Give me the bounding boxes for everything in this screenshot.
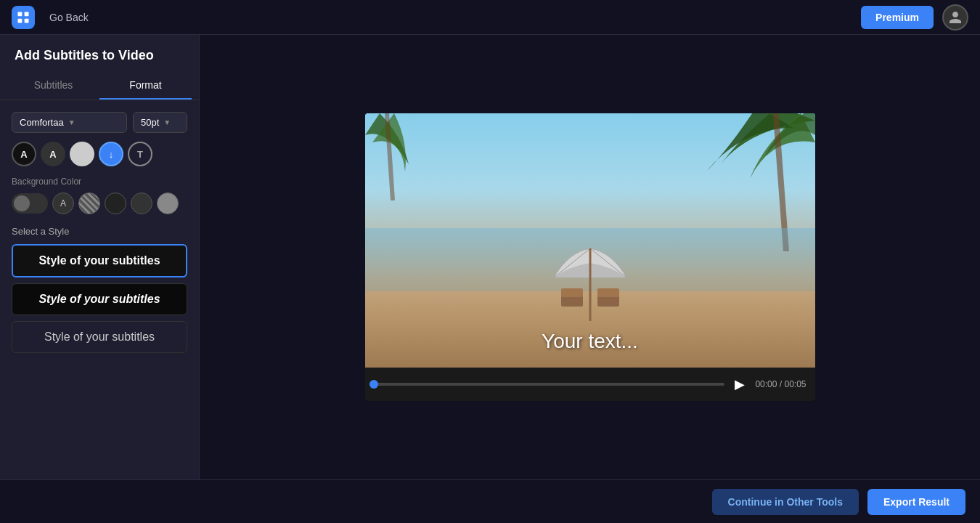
main-content: Your text... ▶ 00:00 / 00:05 [200, 35, 980, 479]
font-value: Comfortaa [20, 117, 64, 128]
color-options-row: A A ↓ T [12, 142, 187, 166]
svg-rect-9 [597, 296, 619, 307]
down-arrow-icon: ↓ [109, 149, 114, 160]
svg-rect-0 [18, 12, 23, 16]
color-blue-down[interactable]: ↓ [99, 142, 123, 166]
bg-color-row: A [12, 192, 187, 214]
svg-rect-11 [597, 288, 619, 297]
progress-bar[interactable] [374, 383, 725, 386]
continue-button[interactable]: Continue in Other Tools [712, 489, 859, 515]
select-style-label: Select a Style [12, 226, 187, 237]
bg-toggle[interactable] [12, 193, 48, 214]
color-a-label: A [20, 149, 27, 160]
svg-rect-10 [561, 288, 583, 297]
time-display: 00:00 / 00:05 [755, 379, 806, 389]
svg-rect-2 [18, 18, 23, 23]
svg-rect-1 [25, 12, 29, 16]
export-button[interactable]: Export Result [867, 489, 965, 515]
tab-subtitles[interactable]: Subtitles [7, 72, 99, 100]
style-option-3[interactable]: Style of your subtitles [12, 321, 187, 353]
style-option-1-text: Style of your subtitles [38, 254, 160, 267]
umbrella-area [547, 248, 634, 324]
background-color-label: Background Color [12, 177, 187, 187]
video-text-overlay: Your text... [365, 330, 815, 353]
tabs: Subtitles Format [0, 72, 199, 100]
size-dropdown[interactable]: 50pt ▼ [133, 112, 187, 133]
tab-format[interactable]: Format [99, 72, 192, 100]
video-frame: Your text... [365, 113, 815, 368]
chevron-down-icon: ▼ [163, 118, 171, 126]
video-controls: ▶ 00:00 / 00:05 [365, 368, 815, 401]
bg-light[interactable] [157, 192, 179, 214]
chevron-down-icon: ▼ [68, 118, 75, 126]
color-light[interactable] [70, 142, 94, 166]
color-dark-a[interactable]: A [41, 142, 65, 166]
go-back-button[interactable]: Go Back [44, 9, 94, 26]
style-option-1[interactable]: Style of your subtitles [12, 244, 187, 277]
time-total: 00:05 [784, 379, 806, 389]
color-black-a[interactable]: A [12, 142, 36, 166]
svg-rect-3 [25, 18, 29, 23]
sidebar-title: Add Subtitles to Video [0, 35, 199, 72]
app-logo [12, 6, 35, 29]
color-a-dark-label: A [49, 149, 56, 160]
style-option-3-text: Style of your subtitles [44, 331, 155, 344]
video-container: Your text... ▶ 00:00 / 00:05 [365, 113, 815, 401]
avatar[interactable] [942, 4, 968, 31]
color-t-label: T [137, 149, 143, 160]
bg-mid[interactable] [131, 192, 152, 214]
palm-left [365, 113, 452, 200]
sidebar: Add Subtitles to Video Subtitles Format … [0, 35, 200, 479]
font-size-row: Comfortaa ▼ 50pt ▼ [12, 112, 187, 133]
topbar-left: Go Back [12, 6, 94, 29]
bg-a-icon: A [60, 198, 66, 208]
sidebar-content: Comfortaa ▼ 50pt ▼ A A [0, 100, 199, 479]
bg-striped[interactable] [78, 192, 100, 214]
size-value: 50pt [141, 117, 159, 128]
main-layout: Add Subtitles to Video Subtitles Format … [0, 35, 980, 479]
premium-button[interactable]: Premium [861, 6, 934, 29]
bg-a-label[interactable]: A [52, 192, 74, 214]
topbar: Go Back Premium [0, 0, 980, 35]
style-option-2[interactable]: Style of your subtitles [12, 283, 187, 315]
progress-dot[interactable] [369, 380, 378, 389]
bottom-bar: Continue in Other Tools Export Result [0, 479, 980, 523]
play-button[interactable]: ▶ [732, 373, 748, 395]
font-dropdown[interactable]: Comfortaa ▼ [12, 112, 127, 133]
style-option-2-text: Style of your subtitles [38, 293, 160, 306]
color-t[interactable]: T [128, 142, 152, 166]
bg-dark[interactable] [105, 192, 126, 214]
topbar-right: Premium [861, 4, 968, 31]
svg-rect-8 [561, 296, 583, 307]
time-current: 00:00 [755, 379, 777, 389]
